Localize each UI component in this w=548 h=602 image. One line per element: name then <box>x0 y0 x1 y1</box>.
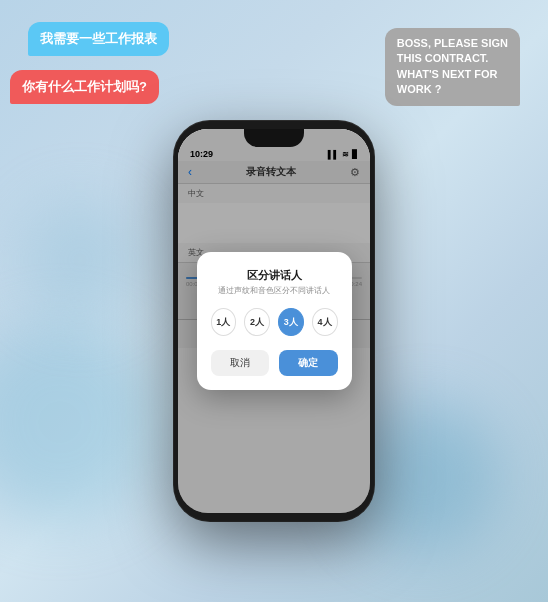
speech-bubble-left-1: 我需要一些工作报表 <box>28 22 169 56</box>
modal-title: 区分讲话人 <box>211 268 338 283</box>
bg-decoration-3 <box>20 200 140 320</box>
bg-decoration-1 <box>0 322 160 522</box>
speech-bubble-left-2: 你有什么工作计划吗? <box>10 70 159 104</box>
speaker-option-1[interactable]: 1人 <box>211 308 237 336</box>
phone-body: 10:29 ▌▌ ≋ ▊ ‹ 录音转文本 ⚙ 中文 英文 <box>174 121 374 521</box>
cancel-button[interactable]: 取消 <box>211 350 270 376</box>
speaker-option-3[interactable]: 3人 <box>278 308 304 336</box>
speaker-options: 1人 2人 3人 4人 <box>211 308 338 336</box>
speech-bubble-right: BOSS, PLEASE SIGN THIS CONTRACT. WHAT'S … <box>385 28 520 106</box>
speaker-modal: 区分讲话人 通过声纹和音色区分不同讲话人 1人 2人 3人 4人 取消 确定 <box>197 252 352 390</box>
phone-screen: 10:29 ▌▌ ≋ ▊ ‹ 录音转文本 ⚙ 中文 英文 <box>178 129 370 513</box>
modal-actions: 取消 确定 <box>211 350 338 376</box>
speaker-option-2[interactable]: 2人 <box>244 308 270 336</box>
speaker-option-4[interactable]: 4人 <box>312 308 338 336</box>
modal-overlay: 区分讲话人 通过声纹和音色区分不同讲话人 1人 2人 3人 4人 取消 确定 <box>178 129 370 513</box>
confirm-button[interactable]: 确定 <box>279 350 338 376</box>
phone-device: 10:29 ▌▌ ≋ ▊ ‹ 录音转文本 ⚙ 中文 英文 <box>174 121 374 521</box>
modal-subtitle: 通过声纹和音色区分不同讲话人 <box>211 285 338 296</box>
